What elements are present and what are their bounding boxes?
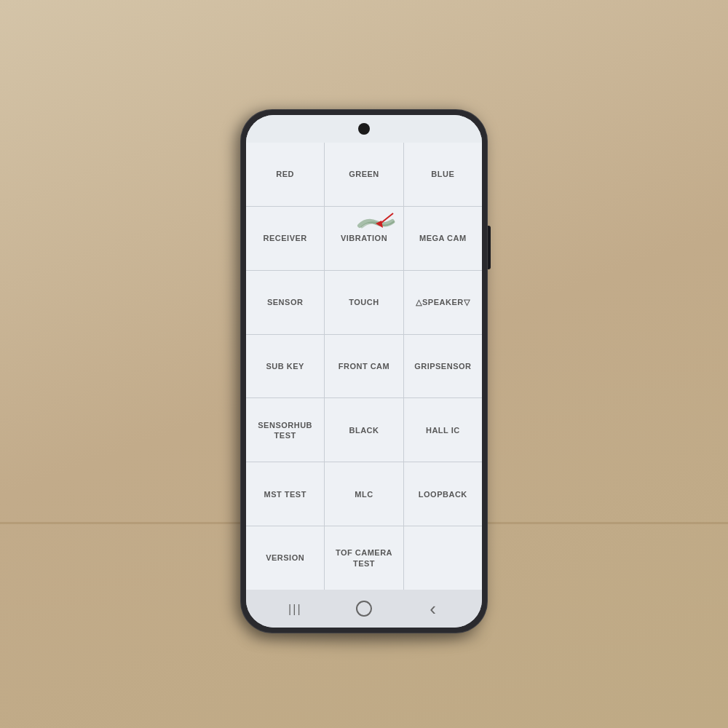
grid-cell-vibration[interactable]: VIBRATION xyxy=(325,207,403,270)
grid-cell-speaker[interactable]: △SPEAKER▽ xyxy=(404,271,482,334)
grid-cell-version[interactable]: VERSION xyxy=(246,526,324,590)
grid-cell-sensorhub-test[interactable]: SENSORHUB TEST xyxy=(246,398,324,462)
grid-cell-touch[interactable]: TOUCH xyxy=(325,271,403,334)
scene: RED GREEN BLUE RECEIVER xyxy=(0,0,728,728)
grid-cell-front-cam[interactable]: FRONT CAM xyxy=(325,335,403,398)
test-grid: RED GREEN BLUE RECEIVER xyxy=(246,143,482,590)
cell-label-tof-camera-test: TOF CAMERA TEST xyxy=(336,547,392,569)
recent-apps-icon xyxy=(288,601,301,617)
nav-back-button[interactable] xyxy=(419,594,448,623)
grid-cell-sensor[interactable]: SENSOR xyxy=(246,271,324,334)
cell-label-speaker: △SPEAKER▽ xyxy=(416,297,470,307)
grid-cell-loopback[interactable]: LOOPBACK xyxy=(404,462,482,526)
cell-label-sub-key: SUB KEY xyxy=(266,361,304,371)
cell-label-version: VERSION xyxy=(266,553,304,563)
grid-cell-black[interactable]: BLACK xyxy=(325,398,403,462)
grid-cell-blue[interactable]: BLUE xyxy=(404,143,482,206)
cell-label-sensor: SENSOR xyxy=(267,297,303,307)
cell-label-black: BLACK xyxy=(349,425,379,435)
cell-label-mega-cam: MEGA CAM xyxy=(419,233,467,243)
cell-label-loopback: LOOPBACK xyxy=(419,489,467,499)
back-icon xyxy=(430,599,436,619)
nav-home-button[interactable] xyxy=(349,594,379,623)
cell-label-blue: BLUE xyxy=(431,169,454,179)
cell-label-hall-ic: HALL IC xyxy=(426,425,460,435)
grid-cell-empty xyxy=(404,526,482,590)
nav-recent-apps-button[interactable] xyxy=(280,594,309,623)
grid-cell-receiver[interactable]: RECEIVER xyxy=(246,207,324,270)
cell-label-red: RED xyxy=(276,169,294,179)
front-camera-hole xyxy=(358,123,370,135)
grid-cell-sub-key[interactable]: SUB KEY xyxy=(246,335,324,398)
cell-label-front-cam: FRONT CAM xyxy=(339,361,390,371)
cell-label-mst-test: MST TEST xyxy=(264,489,306,499)
cell-label-mlc: MLC xyxy=(355,489,373,499)
grid-cell-mega-cam[interactable]: MEGA CAM xyxy=(404,207,482,270)
grid-cell-green[interactable]: GREEN xyxy=(325,143,403,206)
svg-line-0 xyxy=(379,213,393,225)
top-bar xyxy=(246,115,482,143)
phone-wrapper: RED GREEN BLUE RECEIVER xyxy=(240,109,488,633)
svg-marker-1 xyxy=(376,221,383,228)
smudge-drawing xyxy=(356,215,396,232)
phone-screen: RED GREEN BLUE RECEIVER xyxy=(246,115,482,628)
cell-label-green: GREEN xyxy=(349,169,379,179)
navigation-bar xyxy=(246,590,482,628)
grid-cell-hall-ic[interactable]: HALL IC xyxy=(404,398,482,462)
grid-cell-red[interactable]: RED xyxy=(246,143,324,206)
home-icon xyxy=(356,601,372,617)
phone-body: RED GREEN BLUE RECEIVER xyxy=(240,109,488,633)
grid-cell-mst-test[interactable]: MST TEST xyxy=(246,462,324,526)
cell-label-receiver: RECEIVER xyxy=(264,233,307,243)
red-arrow-annotation xyxy=(365,210,395,232)
cell-label-gripsensor: GRIPSENSOR xyxy=(414,361,471,371)
cell-label-sensorhub-test: SENSORHUB TEST xyxy=(258,420,312,441)
grid-cell-gripsensor[interactable]: GRIPSENSOR xyxy=(404,335,482,398)
cell-label-touch: TOUCH xyxy=(349,297,379,307)
grid-cell-tof-camera-test[interactable]: TOF CAMERA TEST xyxy=(325,526,403,590)
grid-cell-mlc[interactable]: MLC xyxy=(325,462,403,526)
cell-label-vibration: VIBRATION xyxy=(341,233,387,243)
